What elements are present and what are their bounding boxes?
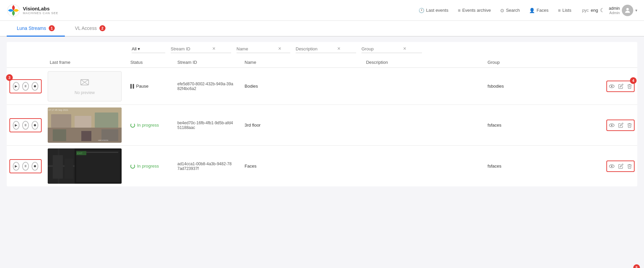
status-filter[interactable]: All ▾ [132, 46, 165, 53]
preview-cell-2: 07:17:45 Sep 2021 HIKVISION [44, 105, 125, 145]
svg-rect-27 [65, 159, 73, 179]
spinner-icon-3 [130, 164, 135, 169]
col-header-lastframe: Last frame [44, 60, 125, 65]
preview-cell-3: EXIT [44, 146, 125, 186]
badge-5: 5 [633, 264, 640, 268]
pause-icon [130, 84, 134, 89]
col-header-group: Group [482, 60, 604, 65]
table-row: 3 ▶ ⏸ ⏺ No preview [7, 68, 637, 105]
pause-button-3[interactable]: ⏸ [22, 162, 29, 171]
user-role: Admin [609, 11, 620, 15]
play-button[interactable]: ▶ [13, 82, 19, 91]
tab-vl-access[interactable]: VL Access 2 [65, 21, 116, 37]
edit-button-2[interactable] [618, 123, 624, 128]
tab-luna-streams-badge: 1 [49, 25, 55, 31]
nav-faces[interactable]: 👤 Faces [525, 6, 552, 15]
edit-button-3[interactable] [618, 164, 624, 169]
play-button-3[interactable]: ▶ [13, 162, 19, 171]
svg-point-1 [626, 8, 629, 10]
view-button-3[interactable] [609, 163, 615, 169]
main-nav: 🕐 Last events ≡ Events archive ⊙ Search … [415, 6, 575, 15]
streamid-cell-3: ad14cca1-00b8-4a3b-9482-787ad723937f [172, 146, 239, 186]
table-row: ▶ ⏸ ⏺ [7, 105, 637, 146]
user-menu[interactable]: admin Admin ▾ [609, 5, 637, 16]
name-filter[interactable]: × [237, 46, 290, 53]
view-button-1[interactable] [609, 83, 615, 89]
delete-button-2[interactable] [627, 123, 632, 128]
row-controls-cell: 3 ▶ ⏸ ⏺ [7, 68, 44, 104]
group-input[interactable] [361, 46, 402, 51]
preview-dark: EXIT [48, 148, 122, 184]
badge-3: 3 [6, 74, 13, 81]
desc-cell-3 [361, 146, 482, 186]
description-input[interactable] [296, 46, 336, 51]
group-clear-icon[interactable]: × [403, 46, 406, 51]
name-cell-2: 3rd floor [239, 105, 361, 145]
search-icon: ⊙ [500, 8, 504, 13]
svg-point-29 [611, 165, 613, 167]
actions-cell-2 [604, 105, 637, 145]
footer: Add 5 ‹ 1 › 25 ▾ [0, 264, 644, 268]
row-controls-cell-2: ▶ ⏸ ⏺ [7, 105, 44, 145]
lists-icon: ≡ [558, 8, 561, 13]
name-input[interactable] [237, 46, 277, 51]
nav-last-events[interactable]: 🕐 Last events [415, 6, 453, 15]
nav-events-archive-label: Events archive [462, 8, 491, 13]
status-label-3: In progress [137, 164, 159, 169]
nav-events-archive[interactable]: ≡ Events archive [454, 6, 495, 15]
tabs-bar: Luna Streams 1 VL Access 2 [0, 21, 644, 37]
nav-lists[interactable]: ≡ Lists [554, 6, 575, 15]
pause-button[interactable]: ⏸ [22, 82, 29, 91]
language-switcher: рус eng ☾ [582, 7, 605, 13]
stream-id-input[interactable] [171, 46, 211, 51]
svg-text:EXIT: EXIT [77, 152, 83, 154]
name-clear-icon[interactable]: × [278, 46, 281, 51]
preview-office: 07:17:45 Sep 2021 HIKVISION [48, 107, 122, 143]
stream-id-filter[interactable]: × [171, 46, 231, 53]
stop-button[interactable]: ⏺ [32, 82, 38, 91]
edit-button-1[interactable] [618, 84, 624, 89]
description-clear-icon[interactable]: × [337, 46, 340, 51]
lang-ru[interactable]: рус [582, 8, 589, 13]
status-cell-1: Pause [125, 68, 172, 104]
play-button-2[interactable]: ▶ [13, 121, 19, 130]
logo-icon [7, 4, 20, 17]
group-filter[interactable]: × [361, 46, 422, 53]
stream-id-clear-icon[interactable]: × [212, 46, 215, 51]
no-preview-icon [80, 78, 89, 89]
badge-4: 4 [630, 77, 637, 84]
stop-button-2[interactable]: ⏺ [32, 121, 38, 130]
tab-vl-access-badge: 2 [99, 25, 105, 31]
status-cell-3: In progress [125, 146, 172, 186]
name-cell-3: Faces [239, 146, 361, 186]
preview-cell-1: No preview [44, 68, 125, 104]
row-controls-3: 3 ▶ ⏸ ⏺ [9, 79, 42, 93]
logo-text: VisionLabs MACHINES CAN SEE [23, 6, 58, 15]
svg-point-4 [611, 85, 613, 87]
pause-button-2[interactable]: ⏸ [22, 121, 29, 130]
theme-toggle-icon[interactable]: ☾ [600, 7, 605, 13]
actions-cell-1: 4 [604, 68, 637, 104]
lang-en[interactable]: eng [591, 8, 598, 13]
view-button-2[interactable] [609, 122, 615, 128]
delete-button-3[interactable] [627, 164, 632, 169]
username: admin [609, 6, 620, 11]
nav-search[interactable]: ⊙ Search [496, 6, 524, 15]
description-filter[interactable]: × [296, 46, 356, 53]
logo-subtitle: MACHINES CAN SEE [23, 11, 58, 15]
col-header-description: Description [361, 60, 482, 65]
clock-icon: 🕐 [419, 8, 424, 13]
actions-wrapper-r2 [606, 120, 635, 131]
delete-button-1[interactable] [627, 84, 632, 89]
stop-button-3[interactable]: ⏺ [32, 162, 38, 171]
svg-rect-9 [95, 113, 118, 128]
user-menu-chevron-icon: ▾ [635, 8, 637, 13]
status-label-1: Pause [136, 84, 148, 89]
group-cell-3: fsfaces [482, 146, 604, 186]
faces-icon: 👤 [529, 8, 535, 13]
tab-vl-access-label: VL Access [75, 26, 97, 31]
status-inprogress-3: In progress [130, 164, 159, 169]
tab-luna-streams[interactable]: Luna Streams 1 [7, 21, 65, 37]
status-filter-label: All [132, 46, 136, 51]
tab-luna-streams-label: Luna Streams [17, 26, 46, 31]
